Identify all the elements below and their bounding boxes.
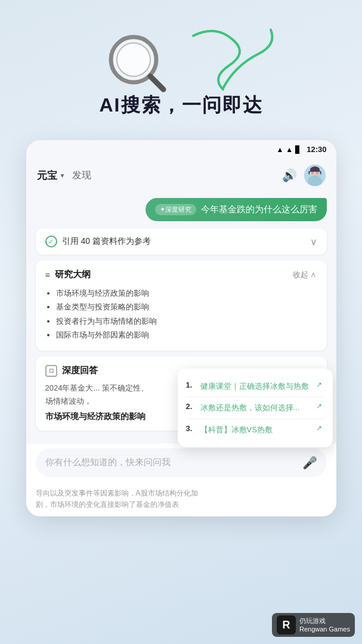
result-number: 2. <box>186 402 196 411</box>
outline-icon: ≡ <box>45 270 50 280</box>
speaker-icon[interactable]: 🔊 <box>282 168 297 182</box>
signal-icon: ▲ <box>286 145 293 154</box>
watermark-logo-bg: R <box>277 615 296 634</box>
headline: AI搜索，一问即达 <box>0 92 362 119</box>
app-logo[interactable]: 元宝 ▼ <box>37 169 66 182</box>
battery-icon: ▊ <box>295 145 301 154</box>
watermark-text-block: 仍玩游戏 Rengwan Games <box>299 617 350 634</box>
watermark-logo: R <box>283 619 290 631</box>
link-icon: ↗ <box>316 424 324 432</box>
outline-title-text: 研究大纲 <box>55 269 91 280</box>
result-number: 3. <box>186 424 196 433</box>
user-message: ✦深度研究 今年基金跌的为什么这么厉害 <box>36 198 327 221</box>
user-message-text: 今年基金跌的为什么这么厉害 <box>201 204 317 215</box>
list-item: 市场环境与经济政策的影响 <box>56 286 317 300</box>
result-text: 冰敷还是热敷，该如何选择... <box>200 402 311 414</box>
watermark-line1: 仍玩游戏 <box>299 617 350 625</box>
search-result-item[interactable]: 3. 【科普】冰敷VS热敷 ↗ <box>186 419 324 441</box>
list-item: 基金类型与投资策略的影响 <box>56 300 317 314</box>
response-icon: ⊡ <box>45 365 57 377</box>
response-preview: 2024年基金大... 策不确定性、场情绪波动， <box>45 383 148 405</box>
logo-text: 元宝 <box>37 169 57 182</box>
search-result-item[interactable]: 2. 冰敷还是热敷，该如何选择... ↗ <box>186 397 324 419</box>
response-title: 深度回答 <box>62 365 98 376</box>
chat-area: ✦深度研究 今年基金跌的为什么这么厉害 ✓ 引用 40 篇资料作为参考 ∨ ≡ … <box>26 193 336 444</box>
bottom-text-area: 导向以及突发事件等因素影响，A股市场结构分化加 剧，市场环境的变化直接影响了基金… <box>26 484 336 516</box>
user-bubble: ✦深度研究 今年基金跌的为什么这么厉害 <box>146 198 327 221</box>
list-item: 国际市场与外部因素的影响 <box>56 328 317 342</box>
outline-list: 市场环境与经济政策的影响 基金类型与投资策略的影响 投资者行为与市场情绪的影响 … <box>45 286 317 342</box>
result-text: 健康课堂｜正确选择冰敷与热敷 <box>200 380 311 392</box>
bottom-content-line1: 导向以及突发事件等因素影响，A股市场结构分化加 <box>36 488 327 499</box>
discover-tab[interactable]: 发现 <box>72 169 91 182</box>
reference-card[interactable]: ✓ 引用 40 篇资料作为参考 ∨ <box>36 228 327 255</box>
search-bar-container: 你有什么想知道的，快来问问我 🎤 <box>26 444 336 484</box>
outline-section: ≡ 研究大纲 收起 ∧ 市场环境与经济政策的影响 基金类型与投资策略的影响 投资… <box>36 261 327 351</box>
result-number: 1. <box>186 380 196 389</box>
status-bar: ▲ ▲ ▊ 12:30 <box>26 140 336 159</box>
watermark-line2: Rengwan Games <box>299 625 350 633</box>
search-input-bar[interactable]: 你有什么想知道的，快来问问我 🎤 <box>36 448 327 477</box>
check-icon: ✓ <box>45 236 57 247</box>
list-item: 投资者行为与市场情绪的影响 <box>56 314 317 328</box>
expand-icon[interactable]: ∨ <box>310 236 317 247</box>
link-icon: ↗ <box>316 380 324 389</box>
app-header: 元宝 ▼ 发现 🔊 <box>26 159 336 193</box>
result-text: 【科普】冰敷VS热敷 <box>200 424 311 436</box>
avatar[interactable] <box>304 165 326 186</box>
wifi-icon: ▲ <box>276 145 283 154</box>
mic-icon[interactable]: 🎤 <box>302 456 317 470</box>
search-results-popup: 1. 健康课堂｜正确选择冰敷与热敷 ↗ 2. 冰敷还是热敷，该如何选择... ↗… <box>178 369 333 448</box>
outline-title: ≡ 研究大纲 <box>45 269 91 280</box>
reference-left: ✓ 引用 40 篇资料作为参考 <box>45 236 151 247</box>
header-right: 🔊 <box>282 165 326 186</box>
collapse-button[interactable]: 收起 ∧ <box>293 270 317 280</box>
status-time: 12:30 <box>307 145 326 154</box>
response-section: ⊡ 深度回答 2024年基金大... 策不确定性、场情绪波动， 市场环境与经济政… <box>36 357 327 431</box>
reference-text: 引用 40 篇资料作为参考 <box>62 236 151 247</box>
search-result-item[interactable]: 1. 健康课堂｜正确选择冰敷与热敷 ↗ <box>186 376 324 398</box>
bottom-content-line2: 剧，市场环境的变化直接影响了基金的净值表 <box>36 499 327 510</box>
dropdown-arrow-icon: ▼ <box>60 172 66 179</box>
search-placeholder: 你有什么想知道的，快来问问我 <box>45 457 171 468</box>
phone-mockup: ▲ ▲ ▊ 12:30 元宝 ▼ 发现 🔊 <box>26 140 336 516</box>
outline-header: ≡ 研究大纲 收起 ∧ <box>45 269 317 280</box>
deep-research-tag: ✦深度研究 <box>155 204 196 215</box>
link-icon: ↗ <box>316 402 324 410</box>
watermark: R 仍玩游戏 Rengwan Games <box>272 613 355 637</box>
svg-point-1 <box>117 43 150 76</box>
top-decoration <box>0 18 362 101</box>
status-icons: ▲ ▲ ▊ <box>276 145 301 154</box>
svg-line-2 <box>150 76 163 89</box>
